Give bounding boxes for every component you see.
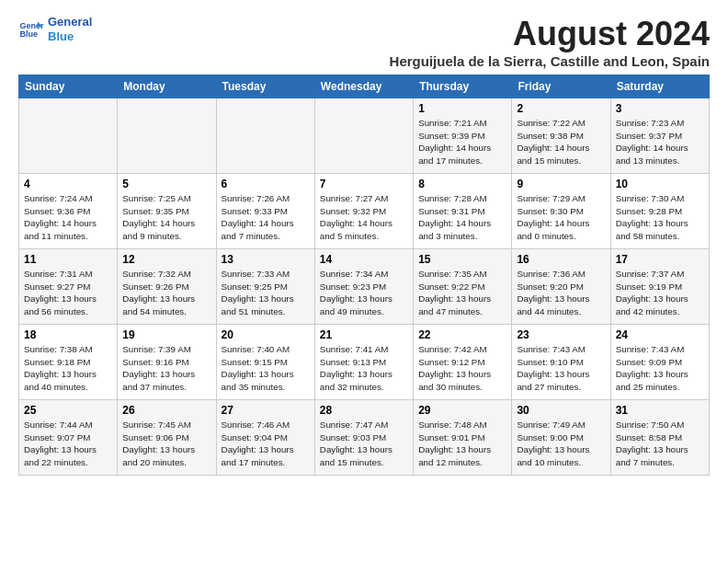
calendar-week-1: 1Sunrise: 7:21 AM Sunset: 9:39 PM Daylig…	[19, 98, 710, 174]
day-number: 18	[24, 328, 112, 341]
day-number: 1	[418, 102, 506, 115]
day-number: 19	[122, 328, 210, 341]
calendar-cell: 4Sunrise: 7:24 AM Sunset: 9:36 PM Daylig…	[19, 174, 118, 249]
day-info: Sunrise: 7:37 AM Sunset: 9:19 PM Dayligh…	[616, 268, 704, 318]
weekday-header-sunday: Sunday	[19, 75, 118, 98]
calendar-cell: 14Sunrise: 7:34 AM Sunset: 9:23 PM Dayli…	[314, 249, 413, 325]
day-info: Sunrise: 7:25 AM Sunset: 9:35 PM Dayligh…	[122, 192, 210, 243]
day-info: Sunrise: 7:29 AM Sunset: 9:30 PM Dayligh…	[517, 192, 605, 243]
calendar-cell: 9Sunrise: 7:29 AM Sunset: 9:30 PM Daylig…	[512, 174, 610, 249]
calendar-cell: 20Sunrise: 7:40 AM Sunset: 9:15 PM Dayli…	[216, 325, 314, 400]
day-number: 29	[418, 404, 506, 417]
day-info: Sunrise: 7:46 AM Sunset: 9:04 PM Dayligh…	[222, 419, 310, 469]
day-number: 2	[517, 102, 605, 115]
day-number: 5	[122, 178, 210, 190]
day-number: 8	[418, 178, 506, 190]
day-info: Sunrise: 7:26 AM Sunset: 9:33 PM Dayligh…	[222, 192, 310, 243]
calendar-cell: 16Sunrise: 7:36 AM Sunset: 9:20 PM Dayli…	[512, 249, 610, 325]
calendar-cell: 21Sunrise: 7:41 AM Sunset: 9:13 PM Dayli…	[314, 325, 413, 400]
day-number: 16	[517, 253, 605, 266]
calendar-cell: 18Sunrise: 7:38 AM Sunset: 9:18 PM Dayli…	[19, 325, 118, 400]
calendar-cell: 3Sunrise: 7:23 AM Sunset: 9:37 PM Daylig…	[610, 98, 709, 174]
day-number: 11	[24, 253, 112, 266]
calendar-cell: 24Sunrise: 7:43 AM Sunset: 9:09 PM Dayli…	[610, 325, 709, 400]
day-info: Sunrise: 7:44 AM Sunset: 9:07 PM Dayligh…	[24, 419, 112, 469]
day-number: 21	[320, 328, 408, 341]
logo: General Blue General Blue	[18, 15, 92, 43]
day-info: Sunrise: 7:42 AM Sunset: 9:12 PM Dayligh…	[418, 343, 506, 394]
day-info: Sunrise: 7:41 AM Sunset: 9:13 PM Dayligh…	[320, 343, 408, 394]
calendar-cell: 8Sunrise: 7:28 AM Sunset: 9:31 PM Daylig…	[414, 174, 512, 249]
calendar-cell: 13Sunrise: 7:33 AM Sunset: 9:25 PM Dayli…	[216, 249, 314, 325]
calendar-cell: 17Sunrise: 7:37 AM Sunset: 9:19 PM Dayli…	[610, 249, 709, 325]
calendar-cell	[314, 98, 413, 174]
day-info: Sunrise: 7:23 AM Sunset: 9:37 PM Dayligh…	[616, 117, 704, 167]
calendar-week-5: 25Sunrise: 7:44 AM Sunset: 9:07 PM Dayli…	[19, 400, 710, 476]
calendar-cell: 12Sunrise: 7:32 AM Sunset: 9:26 PM Dayli…	[118, 249, 216, 325]
calendar-cell	[19, 98, 118, 174]
calendar-cell: 23Sunrise: 7:43 AM Sunset: 9:10 PM Dayli…	[512, 325, 610, 400]
day-info: Sunrise: 7:27 AM Sunset: 9:32 PM Dayligh…	[320, 192, 408, 243]
calendar-week-2: 4Sunrise: 7:24 AM Sunset: 9:36 PM Daylig…	[19, 174, 710, 249]
calendar-cell: 31Sunrise: 7:50 AM Sunset: 8:58 PM Dayli…	[610, 400, 709, 476]
day-number: 28	[320, 404, 408, 417]
calendar-cell: 6Sunrise: 7:26 AM Sunset: 9:33 PM Daylig…	[216, 174, 314, 249]
day-number: 17	[616, 253, 704, 266]
day-number: 6	[222, 178, 310, 190]
day-number: 13	[222, 253, 310, 266]
day-info: Sunrise: 7:22 AM Sunset: 9:38 PM Dayligh…	[517, 117, 605, 167]
calendar-week-3: 11Sunrise: 7:31 AM Sunset: 9:27 PM Dayli…	[19, 249, 710, 325]
calendar-cell: 7Sunrise: 7:27 AM Sunset: 9:32 PM Daylig…	[314, 174, 413, 249]
calendar-cell: 19Sunrise: 7:39 AM Sunset: 9:16 PM Dayli…	[118, 325, 216, 400]
svg-text:Blue: Blue	[19, 29, 38, 39]
weekday-header-thursday: Thursday	[414, 75, 512, 98]
weekday-header-friday: Friday	[512, 75, 610, 98]
calendar-cell: 10Sunrise: 7:30 AM Sunset: 9:28 PM Dayli…	[610, 174, 709, 249]
day-number: 30	[517, 404, 605, 417]
day-info: Sunrise: 7:43 AM Sunset: 9:09 PM Dayligh…	[616, 343, 704, 394]
day-info: Sunrise: 7:28 AM Sunset: 9:31 PM Dayligh…	[418, 192, 506, 243]
day-number: 12	[122, 253, 210, 266]
day-number: 10	[616, 178, 704, 190]
day-number: 31	[616, 404, 704, 417]
calendar-cell: 15Sunrise: 7:35 AM Sunset: 9:22 PM Dayli…	[414, 249, 512, 325]
day-info: Sunrise: 7:24 AM Sunset: 9:36 PM Dayligh…	[24, 192, 112, 243]
day-info: Sunrise: 7:21 AM Sunset: 9:39 PM Dayligh…	[418, 117, 506, 167]
day-info: Sunrise: 7:31 AM Sunset: 9:27 PM Dayligh…	[24, 268, 112, 318]
day-info: Sunrise: 7:33 AM Sunset: 9:25 PM Dayligh…	[222, 268, 310, 318]
day-info: Sunrise: 7:47 AM Sunset: 9:03 PM Dayligh…	[320, 419, 408, 469]
day-info: Sunrise: 7:50 AM Sunset: 8:58 PM Dayligh…	[616, 419, 704, 469]
day-info: Sunrise: 7:48 AM Sunset: 9:01 PM Dayligh…	[418, 419, 506, 469]
day-info: Sunrise: 7:39 AM Sunset: 9:16 PM Dayligh…	[122, 343, 210, 394]
subtitle: Herguijuela de la Sierra, Castille and L…	[390, 53, 710, 69]
weekday-header-row: SundayMondayTuesdayWednesdayThursdayFrid…	[19, 75, 710, 98]
day-number: 27	[222, 404, 310, 417]
day-number: 26	[122, 404, 210, 417]
weekday-header-tuesday: Tuesday	[216, 75, 314, 98]
day-number: 15	[418, 253, 506, 266]
calendar-cell: 30Sunrise: 7:49 AM Sunset: 9:00 PM Dayli…	[512, 400, 610, 476]
day-info: Sunrise: 7:38 AM Sunset: 9:18 PM Dayligh…	[24, 343, 112, 394]
calendar-cell: 2Sunrise: 7:22 AM Sunset: 9:38 PM Daylig…	[512, 98, 610, 174]
day-number: 14	[320, 253, 408, 266]
calendar-cell: 25Sunrise: 7:44 AM Sunset: 9:07 PM Dayli…	[19, 400, 118, 476]
calendar-cell: 28Sunrise: 7:47 AM Sunset: 9:03 PM Dayli…	[314, 400, 413, 476]
title-area: August 2024 Herguijuela de la Sierra, Ca…	[390, 15, 710, 69]
day-number: 4	[24, 178, 112, 190]
day-number: 23	[517, 328, 605, 341]
calendar-cell: 1Sunrise: 7:21 AM Sunset: 9:39 PM Daylig…	[414, 98, 512, 174]
main-title: August 2024	[390, 15, 710, 53]
calendar-week-4: 18Sunrise: 7:38 AM Sunset: 9:18 PM Dayli…	[19, 325, 710, 400]
weekday-header-wednesday: Wednesday	[314, 75, 413, 98]
day-info: Sunrise: 7:43 AM Sunset: 9:10 PM Dayligh…	[517, 343, 605, 394]
weekday-header-monday: Monday	[118, 75, 216, 98]
header: General Blue General Blue August 2024 He…	[18, 15, 710, 69]
day-info: Sunrise: 7:32 AM Sunset: 9:26 PM Dayligh…	[122, 268, 210, 318]
calendar-cell: 27Sunrise: 7:46 AM Sunset: 9:04 PM Dayli…	[216, 400, 314, 476]
logo-text-general: General	[48, 15, 92, 29]
day-info: Sunrise: 7:35 AM Sunset: 9:22 PM Dayligh…	[418, 268, 506, 318]
calendar-cell	[216, 98, 314, 174]
day-info: Sunrise: 7:40 AM Sunset: 9:15 PM Dayligh…	[222, 343, 310, 394]
calendar-cell: 29Sunrise: 7:48 AM Sunset: 9:01 PM Dayli…	[414, 400, 512, 476]
calendar-cell	[118, 98, 216, 174]
